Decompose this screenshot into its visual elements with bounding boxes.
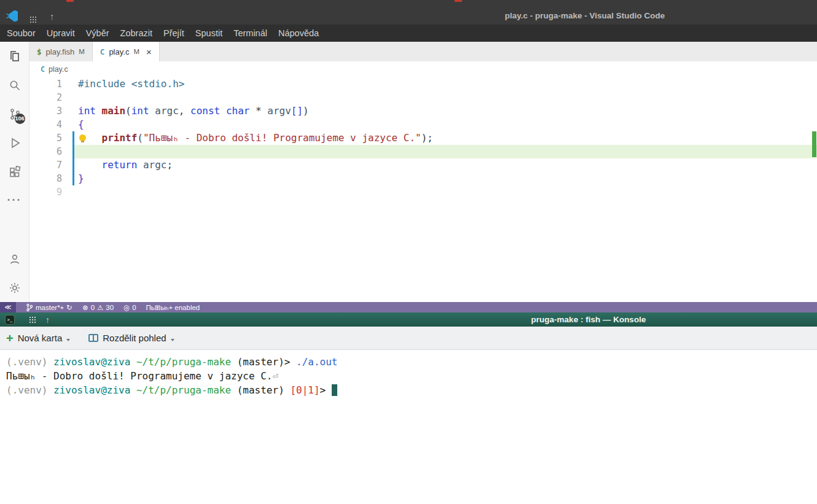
code-line[interactable]: 6 bbox=[29, 145, 817, 158]
terminal-text-segment: (.venv) bbox=[6, 384, 53, 396]
terminal-text-segment: (master) bbox=[231, 384, 290, 396]
extension-status-label: Пь⊞ыₕ+ enabled bbox=[146, 303, 200, 312]
code-text: return argc; bbox=[78, 158, 817, 172]
modified-gutter-indicator bbox=[72, 158, 74, 172]
split-view-button[interactable]: Rozdělit pohled bbox=[88, 333, 174, 343]
konsole-toolbar: + Nová karta Rozdělit pohled bbox=[0, 327, 817, 350]
terminal-text-segment: zivoslav@ziva bbox=[53, 356, 130, 368]
gutter-marker-zone bbox=[62, 104, 78, 118]
lightbulb-icon[interactable] bbox=[79, 134, 86, 141]
scm-pending-badge: 106 bbox=[15, 114, 25, 124]
menu-item-3[interactable]: Zobrazit bbox=[115, 28, 158, 38]
code-editor[interactable]: 1#include <stdio.h>23int main(int argc, … bbox=[29, 77, 817, 302]
grid-dots-icon[interactable] bbox=[30, 17, 31, 18]
editor-lines: 1#include <stdio.h>23int main(int argc, … bbox=[29, 77, 817, 199]
code-line[interactable]: 1#include <stdio.h> bbox=[29, 77, 817, 91]
code-line[interactable]: 4{ bbox=[29, 118, 817, 131]
code-text bbox=[78, 145, 817, 158]
menu-item-5[interactable]: Spustit bbox=[190, 28, 228, 38]
terminal-text-segment bbox=[130, 384, 136, 396]
window-title: play.c - pruga-make - Visual Studio Code bbox=[505, 7, 665, 25]
explorer-icon[interactable] bbox=[0, 42, 29, 71]
account-icon[interactable] bbox=[0, 244, 29, 273]
up-arrow-icon[interactable]: ↑ bbox=[50, 12, 55, 21]
line-number: 2 bbox=[29, 91, 62, 104]
breadcrumb[interactable]: C play.c bbox=[29, 61, 817, 77]
extensions-icon[interactable] bbox=[0, 157, 29, 186]
tab-label: play.fish bbox=[46, 47, 75, 56]
split-view-icon bbox=[88, 334, 98, 342]
code-line[interactable]: 7 return argc; bbox=[29, 158, 817, 172]
grid-dots-icon[interactable] bbox=[29, 319, 31, 320]
tab-label: play.c bbox=[109, 47, 129, 56]
menu-bar: SouborUpravitVýběrZobrazitPřejítSpustitT… bbox=[0, 25, 817, 42]
konsole-app-icon: >_ bbox=[5, 315, 15, 325]
close-icon[interactable]: × bbox=[146, 47, 152, 57]
plus-icon: + bbox=[6, 332, 14, 344]
line-number: 6 bbox=[29, 145, 62, 158]
terminal-text-segment: ~/t/p/pruga-make bbox=[136, 356, 231, 368]
menu-item-1[interactable]: Upravit bbox=[41, 28, 80, 38]
remote-indicator[interactable]: ≪ bbox=[0, 302, 16, 312]
more-actions-icon[interactable]: ··· bbox=[0, 186, 29, 215]
gutter-marker-zone bbox=[62, 172, 78, 185]
menu-item-2[interactable]: Výběr bbox=[80, 28, 115, 38]
terminal-text-segment: ./a.out bbox=[296, 356, 337, 368]
gutter-marker-zone bbox=[62, 91, 78, 104]
code-line[interactable]: 9 bbox=[29, 185, 817, 199]
screen-artifact bbox=[66, 0, 74, 2]
code-line[interactable]: 3int main(int argc, const char * argv[]) bbox=[29, 104, 817, 118]
tab-play.fish[interactable]: $play.fishM bbox=[29, 42, 93, 61]
chevron-down-icon[interactable] bbox=[66, 339, 70, 341]
terminal-text-segment: [0|1] bbox=[290, 384, 319, 396]
errors-count: 0 bbox=[91, 304, 95, 311]
menu-item-6[interactable]: Terminál bbox=[228, 28, 273, 38]
code-line[interactable]: 2 bbox=[29, 91, 817, 104]
ports-status[interactable]: ◎ 0 bbox=[123, 303, 136, 312]
vscode-title-bar: ↑ play.c - pruga-make - Visual Studio Co… bbox=[0, 0, 817, 25]
problems-status[interactable]: ⊗ 0 ⚠ 30 bbox=[82, 303, 114, 312]
screen-artifact bbox=[455, 0, 462, 2]
modified-gutter-indicator bbox=[72, 131, 74, 145]
code-line[interactable]: 5 printf("Пь⊞ыₕ - Dobro došli! Programuj… bbox=[29, 131, 817, 145]
breadcrumb-file: play.c bbox=[49, 65, 68, 74]
terminal-line: Пь⊞ыₕ - Dobro došli! Programujeme v jazy… bbox=[6, 369, 817, 383]
remote-icon: ≪ bbox=[4, 303, 12, 311]
search-icon[interactable] bbox=[0, 71, 29, 99]
source-control-icon[interactable]: 106 bbox=[0, 99, 29, 128]
code-text bbox=[78, 91, 817, 104]
code-text: printf("Пь⊞ыₕ - Dobro došli! Programujem… bbox=[78, 131, 817, 145]
line-number: 4 bbox=[29, 118, 62, 131]
konsole-title-bar: >_ ↑ pruga-make : fish — Konsole bbox=[0, 312, 817, 327]
branch-name: master*+ bbox=[36, 304, 64, 311]
extension-status[interactable]: Пь⊞ыₕ+ enabled bbox=[146, 303, 200, 312]
line-number: 3 bbox=[29, 104, 62, 118]
code-line[interactable]: 8} bbox=[29, 172, 817, 185]
warnings-count: 30 bbox=[106, 304, 114, 311]
ports-count: 0 bbox=[132, 304, 136, 311]
settings-gear-icon[interactable] bbox=[0, 273, 29, 302]
modified-gutter-indicator bbox=[72, 145, 74, 158]
menu-item-4[interactable]: Přejít bbox=[158, 28, 190, 38]
new-tab-button[interactable]: + Nová karta bbox=[6, 332, 70, 344]
desktop: ↑ play.c - pruga-make - Visual Studio Co… bbox=[0, 0, 817, 504]
menu-item-0[interactable]: Soubor bbox=[1, 28, 41, 38]
activity-bar: 106 ··· bbox=[0, 42, 29, 302]
gutter-marker-zone bbox=[62, 77, 78, 91]
ports-icon: ◎ bbox=[123, 303, 130, 312]
terminal-line: (.venv) zivoslav@ziva ~/t/p/pruga-make (… bbox=[6, 355, 817, 369]
up-arrow-icon[interactable]: ↑ bbox=[45, 316, 50, 324]
modified-badge: M bbox=[133, 48, 139, 55]
chevron-down-icon[interactable] bbox=[171, 339, 174, 341]
terminal-text-segment: ⏎ bbox=[272, 370, 278, 382]
tab-play.c[interactable]: Cplay.cM× bbox=[93, 42, 160, 61]
run-debug-icon[interactable] bbox=[0, 128, 29, 157]
git-branch-status[interactable]: master*+ ↻ bbox=[26, 303, 72, 312]
line-number: 7 bbox=[29, 158, 62, 172]
vscode-logo-icon bbox=[6, 10, 18, 22]
code-text: } bbox=[78, 172, 817, 185]
gutter-marker-zone bbox=[62, 185, 78, 199]
menu-item-7[interactable]: Nápověda bbox=[273, 28, 324, 38]
sync-icon: ↻ bbox=[66, 303, 72, 312]
terminal-output[interactable]: (.venv) zivoslav@ziva ~/t/p/pruga-make (… bbox=[0, 350, 817, 504]
